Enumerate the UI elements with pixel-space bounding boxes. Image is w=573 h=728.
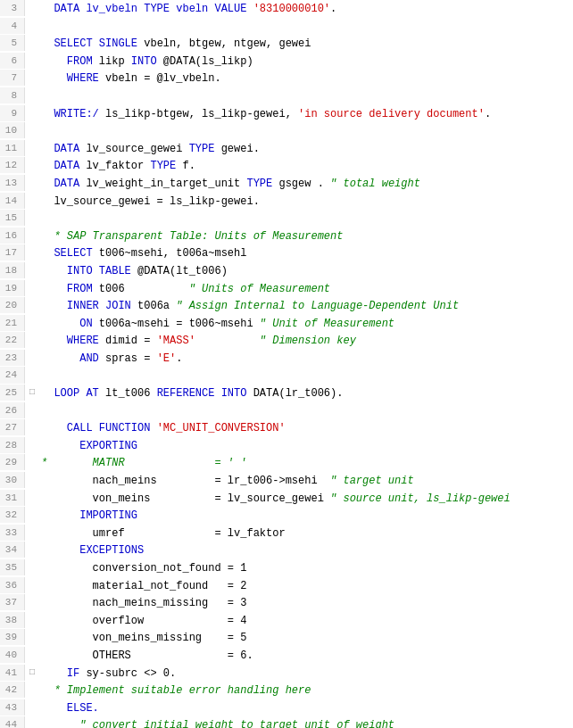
code-line (39, 122, 573, 140)
expand-icon (25, 682, 39, 682)
code-line: SELECT SINGLE vbeln, btgew, ntgew, gewei (39, 35, 573, 53)
code-line: material_not_found = 2 (39, 577, 573, 595)
expand-icon[interactable]: □ (25, 665, 39, 680)
line-number: 23 (0, 350, 25, 366)
expand-icon (25, 140, 39, 141)
token: von_meins = lv_source_gewei (41, 492, 330, 505)
line-number: 5 (0, 35, 25, 51)
expand-icon (25, 716, 39, 717)
table-row: 14 lv_source_gewei = ls_likp-gewei. (0, 193, 573, 211)
code-line (39, 367, 573, 385)
line-number: 42 (0, 682, 25, 698)
token: TYPE (246, 178, 272, 190)
expand-icon (25, 35, 39, 36)
code-line: * MATNR = ' ' (39, 454, 573, 472)
table-row: 13 DATA lv_weight_in_target_unit TYPE gs… (0, 175, 573, 193)
token: . (176, 352, 182, 365)
token: conversion_not_found = 1 (41, 562, 246, 575)
code-line: conversion_not_found = 1 (39, 559, 573, 577)
token: WHERE (41, 72, 99, 85)
expand-icon (25, 210, 39, 211)
token: " total weight (330, 178, 420, 190)
expand-icon (25, 332, 39, 333)
token: IMPORTING (41, 509, 137, 522)
expand-icon (25, 157, 39, 158)
line-number: 41 (0, 665, 25, 681)
code-line: IF sy-subrc <> 0. (39, 665, 573, 682)
token: TYPE (150, 160, 176, 172)
table-row: 15 (0, 210, 573, 228)
line-number: 8 (0, 87, 25, 103)
token: . (485, 108, 491, 120)
code-line: DATA lv_source_gewei TYPE gewei. (39, 140, 573, 158)
line-number: 29 (0, 454, 25, 470)
line-number: 11 (0, 140, 25, 156)
line-number: 13 (0, 175, 25, 191)
table-row: 22 WHERE dimid = 'MASS' " Dimension key (0, 332, 573, 350)
code-line (39, 87, 573, 105)
table-row: 9 WRITE:/ ls_likp-btgew, ls_likp-gewei, … (0, 105, 573, 123)
line-number: 3 (0, 0, 25, 16)
line-number: 20 (0, 297, 25, 313)
expand-icon (25, 525, 39, 525)
token: vbeln = @lv_vbeln. (99, 72, 221, 85)
token: nach_meins = lr_t006->msehi (41, 475, 330, 487)
line-number: 36 (0, 577, 25, 593)
token: FROM (41, 55, 93, 68)
table-row: 6 FROM likp INTO @DATA(ls_likp) (0, 53, 573, 70)
expand-icon (25, 175, 39, 176)
code-line: lv_source_gewei = ls_likp-gewei. (39, 193, 573, 211)
code-line: EXPORTING (39, 437, 573, 455)
expand-icon (25, 594, 39, 595)
expand-icon (25, 18, 39, 19)
table-row: 16 * SAP Transparent Table: Units of Mea… (0, 228, 573, 245)
table-row: 8 (0, 87, 573, 105)
table-row: 43 ELSE. (0, 699, 573, 717)
table-row: 20 INNER JOIN t006a " Assign Internal to… (0, 297, 573, 315)
code-line (39, 210, 573, 228)
line-number: 16 (0, 228, 25, 244)
table-row: 19 FROM t006 " Units of Measurement (0, 280, 573, 298)
table-row: 26 (0, 402, 573, 420)
code-line: DATA lv_vbeln TYPE vbeln VALUE '83100000… (39, 0, 573, 18)
token (150, 422, 156, 434)
token: WHERE (41, 335, 99, 347)
token: " convert initial weight to target unit … (41, 719, 394, 728)
token: nach_meins_missing = 3 (41, 597, 246, 609)
expand-icon (25, 612, 39, 613)
table-row: 24 (0, 367, 573, 385)
line-number: 18 (0, 262, 25, 278)
code-line: nach_meins_missing = 3 (39, 594, 573, 612)
code-line (39, 18, 573, 36)
code-line: WRITE:/ ls_likp-btgew, ls_likp-gewei, 'i… (39, 105, 573, 123)
line-number: 32 (0, 507, 25, 523)
code-line: SELECT t006~msehi, t006a~msehl (39, 244, 573, 262)
expand-icon (25, 699, 39, 700)
token: @DATA(ls_likp) (157, 55, 253, 68)
code-line: overflow = 4 (39, 612, 573, 630)
code-line: nach_meins = lr_t006->msehi " target uni… (39, 472, 573, 490)
code-line: DATA lv_faktor TYPE f. (39, 157, 573, 175)
table-row: 4 (0, 18, 573, 36)
token: " Assign Internal to Language-Dependent … (176, 300, 459, 312)
token: '8310000010' (253, 3, 330, 15)
table-row: 44 " convert initial weight to target un… (0, 716, 573, 728)
token: INTO TABLE (41, 265, 131, 277)
code-line: INTO TABLE @DATA(lt_t006) (39, 262, 573, 280)
token: lv_faktor (79, 160, 150, 172)
table-row: 41□ IF sy-subrc <> 0. (0, 665, 573, 682)
expand-icon (25, 402, 39, 403)
token: WRITE:/ (41, 108, 99, 120)
line-number: 43 (0, 699, 25, 716)
expand-icon (25, 542, 39, 542)
token: DATA (41, 178, 79, 190)
token: IF (41, 667, 79, 680)
line-number: 25 (0, 385, 25, 401)
code-line: FROM t006 " Units of Measurement (39, 280, 573, 298)
expand-icon[interactable]: □ (25, 385, 39, 400)
line-number: 34 (0, 542, 25, 558)
expand-icon (25, 490, 39, 491)
expand-icon (25, 193, 39, 194)
code-line: ON t006a~msehi = t006~msehi " Unit of Me… (39, 315, 573, 333)
table-row: 36 material_not_found = 2 (0, 577, 573, 595)
